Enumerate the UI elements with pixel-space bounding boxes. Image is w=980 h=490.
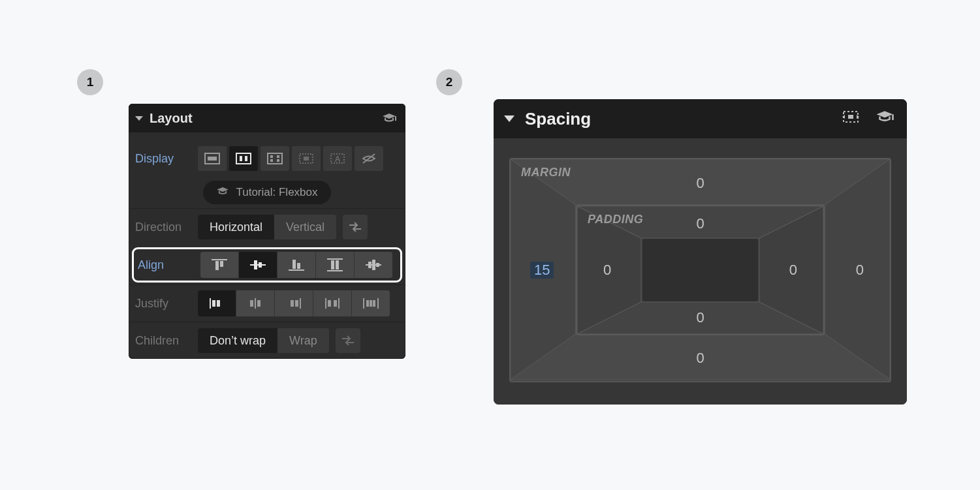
svg-rect-4 [240, 156, 242, 161]
margin-box: MARGIN 0 0 0 15 PADDING 0 0 0 0 [509, 158, 891, 382]
spacing-panel-title: Spacing [525, 109, 591, 129]
justify-row: Justify [129, 284, 405, 322]
svg-rect-3 [236, 153, 251, 164]
direction-label: Direction [135, 221, 198, 234]
margin-label: MARGIN [521, 166, 571, 179]
justify-segment [198, 290, 390, 316]
svg-rect-31 [372, 260, 375, 270]
svg-rect-38 [257, 300, 261, 307]
direction-segment: Horizontal Vertical [198, 215, 336, 239]
padding-bottom-input[interactable]: 0 [696, 309, 704, 326]
justify-center-button[interactable] [236, 290, 275, 316]
align-stretch-button[interactable] [316, 252, 355, 278]
svg-rect-50 [373, 300, 375, 307]
svg-rect-34 [212, 300, 215, 307]
display-inline-button[interactable]: A [323, 146, 352, 171]
chevron-down-icon [135, 116, 143, 121]
svg-rect-7 [270, 155, 273, 158]
svg-rect-17 [215, 261, 219, 270]
display-row: Display A [129, 132, 405, 177]
padding-top-input[interactable]: 0 [696, 215, 704, 232]
svg-rect-30 [368, 262, 371, 268]
svg-rect-8 [277, 155, 279, 158]
svg-text:A: A [335, 155, 341, 164]
margin-top-input[interactable]: 0 [696, 175, 704, 192]
justify-start-button[interactable] [198, 290, 236, 316]
svg-rect-32 [376, 263, 379, 267]
display-label: Display [135, 152, 198, 166]
display-block-button[interactable] [198, 146, 227, 171]
chevron-down-icon [504, 115, 514, 122]
svg-rect-6 [268, 153, 282, 164]
svg-rect-44 [328, 300, 331, 307]
direction-vertical-option[interactable]: Vertical [274, 215, 336, 239]
svg-rect-35 [217, 300, 220, 307]
align-center-button[interactable] [239, 252, 277, 278]
spacing-panel: Spacing MARGIN 0 0 0 15 [494, 99, 907, 405]
svg-rect-18 [220, 261, 223, 267]
direction-reverse-button[interactable] [343, 215, 368, 239]
children-label: Children [135, 334, 198, 348]
margin-right-input[interactable]: 0 [856, 262, 864, 279]
svg-rect-48 [366, 300, 369, 307]
padding-left-input[interactable]: 0 [603, 262, 611, 279]
direction-row: Direction Horizontal Vertical [129, 208, 405, 245]
display-none-button[interactable] [355, 146, 383, 171]
layout-panel-title: Layout [150, 111, 193, 126]
justify-label: Justify [135, 297, 198, 311]
step-badge-1: 1 [77, 69, 103, 95]
justify-between-button[interactable] [313, 290, 352, 316]
padding-right-input[interactable]: 0 [789, 262, 797, 279]
svg-rect-45 [334, 300, 337, 307]
padding-box: PADDING 0 0 0 0 [576, 205, 825, 335]
spacing-panel-header[interactable]: Spacing [494, 99, 907, 138]
svg-rect-49 [370, 300, 372, 307]
svg-rect-5 [245, 156, 247, 161]
svg-rect-20 [254, 260, 257, 269]
content-box [642, 239, 758, 301]
tutorial-row: Tutorial: Flexbox [129, 177, 405, 208]
layout-panel-header[interactable]: Layout [129, 104, 405, 132]
padding-label: PADDING [588, 213, 643, 226]
tutorial-icon[interactable] [382, 113, 396, 123]
svg-marker-53 [842, 115, 845, 119]
svg-rect-41 [295, 300, 298, 307]
display-flex-button[interactable] [229, 146, 258, 171]
svg-rect-2 [208, 157, 217, 161]
children-segment: Don’t wrap Wrap [198, 328, 329, 353]
svg-rect-28 [336, 260, 339, 269]
children-wrap-option[interactable]: Wrap [277, 328, 329, 353]
margin-left-input[interactable]: 15 [530, 262, 554, 279]
spacing-presets-icon[interactable] [842, 110, 860, 128]
svg-rect-12 [304, 157, 309, 161]
align-baseline-button[interactable] [355, 252, 392, 278]
tutorial-label: Tutorial: Flexbox [236, 186, 317, 199]
margin-bottom-input[interactable]: 0 [696, 350, 704, 367]
children-nowrap-option[interactable]: Don’t wrap [198, 328, 277, 353]
display-inline-block-button[interactable] [292, 146, 321, 171]
svg-rect-10 [277, 159, 279, 162]
align-end-button[interactable] [277, 252, 316, 278]
children-row: Children Don’t wrap Wrap [129, 322, 405, 359]
align-segment [200, 252, 392, 278]
svg-rect-37 [250, 300, 253, 307]
tutorial-icon[interactable] [876, 110, 894, 127]
svg-rect-27 [331, 260, 334, 269]
svg-rect-40 [291, 300, 294, 307]
children-reverse-button[interactable] [336, 328, 360, 353]
svg-rect-24 [297, 263, 300, 269]
layout-panel: Layout Display A Tutorial: Flexbox Direc… [129, 104, 405, 359]
svg-rect-52 [848, 115, 853, 119]
justify-around-button[interactable] [352, 290, 390, 316]
justify-end-button[interactable] [275, 290, 313, 316]
tutorial-pill[interactable]: Tutorial: Flexbox [203, 181, 330, 204]
mortarboard-icon [216, 186, 229, 199]
align-start-button[interactable] [200, 252, 239, 278]
svg-rect-9 [270, 159, 273, 162]
step-badge-2: 2 [436, 69, 462, 95]
svg-rect-21 [259, 262, 262, 268]
align-label: Align [138, 258, 200, 272]
direction-horizontal-option[interactable]: Horizontal [198, 215, 274, 239]
svg-rect-23 [292, 260, 296, 269]
display-grid-button[interactable] [261, 146, 289, 171]
